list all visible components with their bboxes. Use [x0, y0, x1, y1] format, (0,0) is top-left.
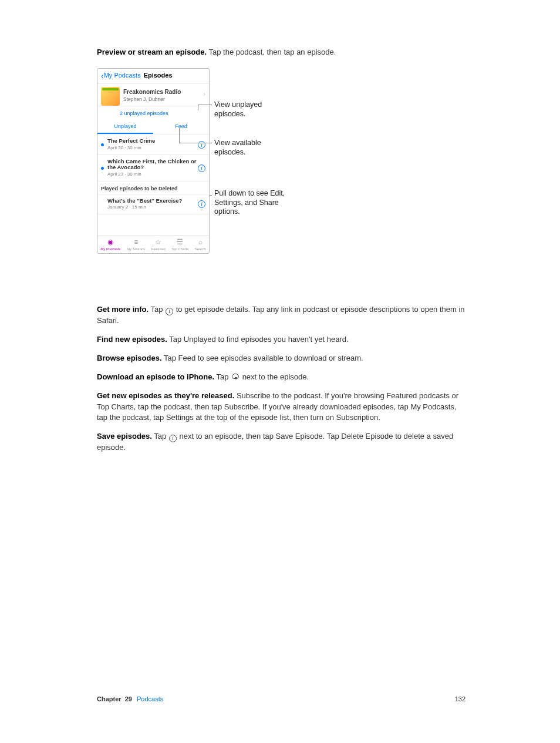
section-header: Played Episodes to be Deleted — [97, 181, 209, 194]
unplayed-dot-icon — [101, 143, 104, 146]
page-footer: Chapter 29 Podcasts 132 — [97, 695, 465, 702]
nav-title: Episodes — [144, 71, 173, 80]
podcast-title: Freakonomics Radio — [123, 88, 205, 96]
phone-frame: ‹ My Podcasts Episodes Freakonomics Radi… — [97, 68, 210, 253]
stations-icon: ≡ — [132, 238, 140, 246]
para-download: Download an episode to iPhone. Tap next … — [97, 372, 465, 382]
tab-featured[interactable]: ☆Featured — [151, 238, 166, 251]
info-icon: i — [166, 308, 173, 315]
info-icon[interactable]: i — [198, 200, 205, 208]
episode-meta: January 2 · 15 min — [107, 204, 198, 210]
episodes-figure: ‹ My Podcasts Episodes Freakonomics Radi… — [97, 66, 465, 293]
callout-unplayed: View unplayed episodes. — [214, 100, 279, 119]
unplayed-summary[interactable]: 2 unplayed episodes — [97, 106, 209, 120]
podcast-author: Stephen J. Dubner — [123, 96, 205, 103]
phone-navbar: ‹ My Podcasts Episodes — [97, 69, 209, 83]
info-icon[interactable]: i — [198, 141, 205, 149]
para-save: Save episodes. Tap i next to an episode,… — [97, 431, 465, 453]
info-icon[interactable]: i — [198, 164, 205, 172]
episode-row[interactable]: What's the "Best" Exercise? January 2 · … — [97, 194, 209, 215]
episode-meta: April 30 · 30 min — [107, 144, 198, 151]
para-get-new: Get new episodes as they're released. Su… — [97, 391, 465, 423]
episode-row[interactable]: Which Came First, the Chicken or the Avo… — [97, 155, 209, 181]
segmented-control[interactable]: Unplayed Feed — [97, 120, 209, 135]
tab-my-stations[interactable]: ≡My Stations — [127, 238, 145, 251]
intro-rest: Tap the podcast, then tap an episode. — [207, 48, 336, 56]
chapter-title: Podcasts — [137, 695, 163, 702]
episode-meta: April 23 · 30 min — [107, 171, 198, 177]
episode-row[interactable]: The Perfect Crime April 30 · 30 min i — [97, 135, 209, 155]
callout-pulldown: Pull down to see Edit, Settings, and Sha… — [214, 189, 296, 217]
info-icon: i — [169, 435, 177, 442]
tab-my-podcasts[interactable]: ◉My Podcasts — [100, 238, 120, 251]
seg-unplayed[interactable]: Unplayed — [97, 120, 153, 135]
tab-bar: ◉My Podcasts ≡My Stations ☆Featured ☰Top… — [97, 236, 209, 253]
chapter-label: Chapter 29 — [97, 695, 132, 702]
podcast-header[interactable]: Freakonomics Radio Stephen J. Dubner › — [97, 83, 209, 106]
episode-title: What's the "Best" Exercise? — [107, 198, 198, 204]
callout-leader — [179, 143, 212, 143]
callout-leader — [198, 105, 198, 110]
intro-paragraph: Preview or stream an episode. Tap the po… — [97, 47, 465, 58]
callout-leader — [198, 105, 212, 105]
para-browse: Browse episodes. Tap Feed to see episode… — [97, 353, 465, 364]
chevron-right-icon: › — [203, 89, 205, 99]
unplayed-dot-icon — [101, 203, 104, 206]
page-number: 132 — [455, 695, 465, 702]
callout-available: View available episodes. — [214, 139, 279, 157]
tab-search[interactable]: ⌕Search — [195, 238, 206, 251]
unplayed-dot-icon — [101, 167, 104, 170]
callout-leader — [179, 128, 180, 143]
cloud-download-icon — [231, 374, 239, 381]
para-get-more-info: Get more info. Tap i to get episode deta… — [97, 304, 465, 326]
back-label[interactable]: My Podcasts — [104, 71, 141, 80]
callout-leader — [210, 195, 212, 196]
search-icon: ⌕ — [196, 238, 204, 246]
episode-title: Which Came First, the Chicken or the Avo… — [107, 159, 198, 171]
star-icon: ☆ — [154, 238, 163, 246]
intro-heading: Preview or stream an episode. — [97, 48, 207, 56]
podcast-artwork — [101, 87, 120, 106]
podcast-icon: ◉ — [106, 238, 114, 246]
episode-title: The Perfect Crime — [107, 138, 198, 144]
seg-feed[interactable]: Feed — [153, 120, 209, 135]
list-icon: ☰ — [176, 238, 184, 246]
para-find-new: Find new episodes. Tap Unplayed to find … — [97, 334, 465, 345]
tab-top-charts[interactable]: ☰Top Charts — [171, 238, 188, 251]
